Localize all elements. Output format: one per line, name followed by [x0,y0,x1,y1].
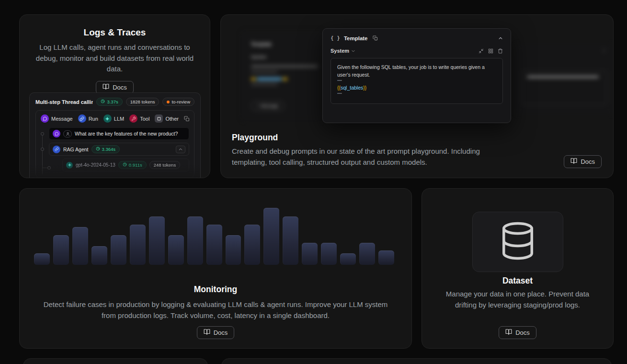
message-icon [41,114,49,123]
tree-node-dot [47,166,51,170]
grid-icon[interactable] [488,48,493,54]
model-duration-badge: 0.911s [118,161,147,169]
template-panel: { } Template System Given the following … [322,28,511,123]
copy-icon[interactable] [373,35,378,41]
chart-bar [206,225,222,265]
filter-chip-llm[interactable]: LLM [103,114,124,123]
sparkle-icon [103,114,112,123]
dataset-docs-button[interactable]: Docs [499,326,536,339]
chart-bar [72,227,88,265]
user-icon [63,130,72,137]
chart-bar [302,243,318,265]
model-tokens-badge: 248 tokens [149,161,180,169]
book-icon [570,158,577,166]
run-icon [53,146,60,153]
blurred-output-panel: ⌃ [515,44,614,114]
chart-bar [149,216,165,265]
trace-row-agent[interactable]: RAG Agent 3.364s [49,143,189,156]
logs-traces-description: Log LLM calls, agent runs and conversati… [33,42,196,75]
blurred-prompt-box [251,65,323,85]
braces-icon: { } [331,35,340,41]
book-icon [505,329,512,337]
chart-bar [226,235,241,265]
chart-bar [263,208,279,265]
chart-bar [187,216,203,265]
playground-description: Create and debug prompts in our state of… [232,146,514,168]
database-icon [499,220,536,263]
book-icon [103,83,109,91]
blurred-role-label: System [251,55,323,59]
trace-row-model[interactable]: gpt-4o-2024-05-13 0.911s 248 tokens [62,159,189,171]
trace-tokens-badge: 1828 tokens [126,98,160,106]
chart-bar [111,235,126,265]
filter-chip-run[interactable]: Run [78,114,98,123]
logs-docs-button[interactable]: Docs [96,81,134,94]
chart-bar [168,235,184,265]
trace-viewer-mockup: Multi-step Thread calling a RA... 3.37s … [29,92,201,178]
monitoring-description: Detect failure cases in production by lo… [39,299,392,321]
trace-status-badge: to-review [162,98,194,106]
collapse-row-button[interactable] [176,146,185,153]
chart-bar [321,243,337,265]
chart-bar [340,253,356,265]
template-panel-title: Template [344,35,368,41]
chart-bar [359,243,375,265]
tree-connector-line [42,134,43,174]
chart-bar [34,253,50,265]
card-playground: Template System + Message ⌃ { } Template [220,14,614,178]
blurred-template-panel: Template System + Message [240,30,323,121]
chart-bar [378,250,394,265]
monitoring-docs-button[interactable]: Docs [197,326,235,339]
chart-bar [283,216,298,265]
filter-chip-other[interactable]: Other [155,114,179,123]
trash-icon[interactable] [498,48,503,54]
playground-docs-button[interactable]: Docs [564,155,602,168]
tree-node-dot [41,132,44,136]
filter-chip-tool[interactable]: Tool [129,114,149,123]
template-variable: {{sql_tables}} [337,84,496,91]
monitoring-bar-chart [34,208,394,265]
partial-card-bottom-right [221,358,612,364]
square-icon [155,114,163,123]
trace-title[interactable]: Multi-step Thread calling a RA... [35,99,93,105]
dataset-description: Manage your data in one place. Prevent d… [443,289,592,310]
docs-label: Docs [113,84,127,91]
quote-mark: """ [337,79,496,84]
blurred-add-message-button: + Message [251,101,285,111]
tree-node-dot [41,148,44,151]
blurred-output-box [522,70,607,105]
chart-bar [53,235,69,265]
trace-row-message[interactable]: What are the key features of the new pro… [49,127,189,140]
dataset-title: Dataset [422,276,613,286]
sparkle-icon [66,162,73,169]
status-dot-icon [167,101,170,103]
blurred-variable-token [251,78,323,80]
agent-name: RAG Agent [63,147,89,152]
agent-duration-badge: 3.364s [91,145,120,153]
quote-mark: """ [337,92,496,97]
book-icon [204,329,210,337]
minimize-icon[interactable] [479,48,484,54]
collapse-panel-icon[interactable] [498,36,503,41]
partial-card-bottom-left [23,358,208,364]
docs-label: Docs [515,329,530,336]
card-logs-traces: Logs & Traces Log LLM calls, agent runs … [19,14,210,178]
run-icon [78,114,86,123]
chart-bar [130,225,146,265]
system-prompt-textarea[interactable]: Given the following SQL tables, your job… [331,58,503,104]
copy-icon[interactable] [184,116,190,122]
message-icon [53,130,60,137]
filter-chip-message[interactable]: Message [41,114,73,123]
clock-icon [96,147,100,152]
features-page: Logs & Traces Log LLM calls, agent runs … [0,0,627,364]
prompt-text: Given the following SQL tables, your job… [337,63,496,79]
message-text: What are the key features of the new pro… [75,131,178,136]
card-monitoring: Monitoring Detect failure cases in produ… [19,188,412,349]
role-selector[interactable]: System [331,48,349,54]
wrench-icon [129,114,137,123]
docs-label: Docs [581,158,595,165]
clock-icon [101,99,105,104]
logs-traces-title: Logs & Traces [84,27,146,38]
playground-title: Playground [232,133,278,143]
chevron-down-icon [351,49,355,53]
